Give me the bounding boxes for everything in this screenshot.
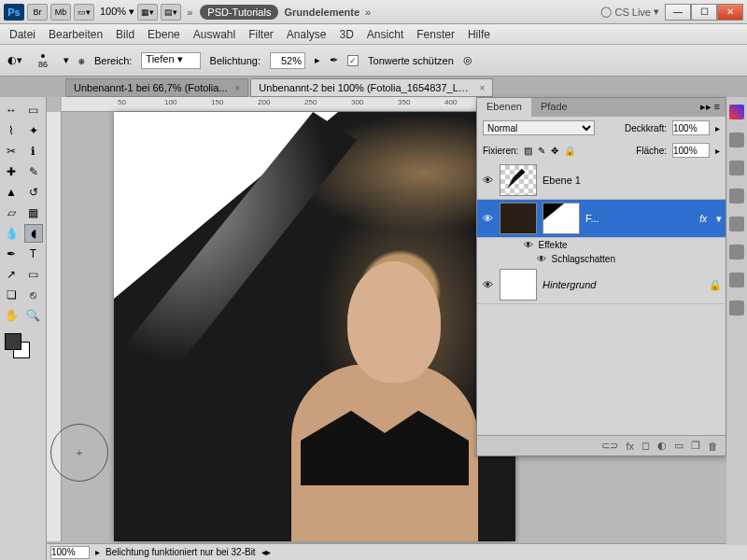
new-layer-icon[interactable]: ❐ — [691, 440, 700, 452]
menu-3d[interactable]: 3D — [340, 28, 354, 41]
effects-row[interactable]: 👁 Effekte — [477, 238, 726, 252]
mask-icon[interactable]: ◻ — [641, 440, 650, 452]
maximize-button[interactable]: ☐ — [691, 4, 717, 21]
tonwerte-checkbox[interactable]: ✓ — [347, 55, 359, 66]
gradient-tool[interactable]: ▦ — [24, 203, 43, 222]
chevrons-icon[interactable]: » — [187, 7, 192, 18]
shape-tool[interactable]: ▭ — [24, 265, 43, 284]
tool-preset-icon[interactable]: ◐▾ — [7, 54, 22, 66]
minimize-button[interactable]: — — [665, 4, 691, 21]
arrange-button[interactable]: ▦▾ — [137, 4, 158, 21]
workspace-label-1[interactable]: PSD-Tutorials — [200, 5, 278, 20]
zoom-tool[interactable]: 🔍 — [24, 306, 43, 325]
status-arrows-icon[interactable]: ◂▸ — [261, 547, 271, 557]
eyedropper-tool[interactable]: ℹ — [24, 142, 43, 161]
menu-hilfe[interactable]: Hilfe — [468, 28, 490, 41]
tab-pfade[interactable]: Pfade — [531, 98, 577, 117]
color-swatches[interactable] — [2, 330, 44, 357]
layer-mask-thumbnail[interactable] — [543, 203, 580, 234]
brush-preview[interactable]: • 86 — [32, 52, 54, 69]
lock-trans-icon[interactable]: ▨ — [524, 146, 532, 156]
fx-badge[interactable]: fx — [699, 214, 707, 224]
bereich-select[interactable]: Tiefen ▾ — [141, 52, 200, 69]
status-arrow-icon[interactable]: ▸ — [95, 547, 100, 557]
panel-menu-icon[interactable]: ▸▸ ≡ — [695, 98, 726, 117]
brush-panel-icon[interactable]: ▾ — [63, 54, 69, 66]
strip-swatches-icon[interactable] — [729, 133, 744, 147]
chevron-down-icon[interactable]: ▾ — [716, 213, 722, 225]
zoom-level[interactable]: 100% ▾ — [100, 6, 134, 18]
layer-thumbnail[interactable] — [500, 164, 537, 196]
strip-color-icon[interactable] — [729, 105, 744, 119]
menu-bild[interactable]: Bild — [116, 28, 134, 41]
layer-row[interactable]: 👁 Ebene 1 — [477, 161, 726, 200]
tab-doc-2[interactable]: Unbenannt-2 bei 100% (Fotolia_1654837_L©… — [250, 78, 493, 97]
3d-tool[interactable]: ❏ — [2, 286, 21, 304]
lock-move-icon[interactable]: ✥ — [551, 146, 558, 156]
cslive-button[interactable]: ◯ CS Live ▾ — [600, 6, 659, 18]
strip-channels-icon[interactable] — [729, 273, 744, 287]
airbrush-icon[interactable]: ✒ — [330, 54, 338, 66]
strip-styles-icon[interactable] — [729, 161, 744, 175]
3d-camera-tool[interactable]: ⎋ — [24, 286, 43, 304]
menu-datei[interactable]: Datei — [9, 28, 35, 41]
history-brush-tool[interactable]: ↺ — [24, 183, 43, 202]
lock-all-icon[interactable]: 🔒 — [564, 146, 575, 156]
menu-filter[interactable]: Filter — [248, 28, 274, 41]
hand-tool[interactable]: ✋ — [2, 306, 21, 325]
wand-tool[interactable]: ✦ — [24, 121, 43, 140]
layer-name[interactable]: Ebene 1 — [543, 175, 722, 186]
menu-auswahl[interactable]: Auswahl — [193, 28, 235, 41]
close-button[interactable]: ✕ — [717, 4, 743, 21]
eraser-tool[interactable]: ▱ — [2, 203, 21, 222]
flyout-icon[interactable]: ▸ — [715, 123, 720, 133]
chevrons-icon[interactable]: » — [365, 7, 371, 18]
brush-tool[interactable]: ✎ — [24, 162, 43, 181]
layer-name[interactable]: F... — [585, 213, 694, 224]
close-icon[interactable]: × — [235, 83, 241, 93]
visibility-icon[interactable]: 👁 — [481, 175, 494, 186]
extras-button[interactable]: ▤▾ — [161, 4, 181, 21]
strip-mask-icon[interactable] — [729, 217, 744, 231]
bridge-button[interactable]: Br — [27, 4, 48, 21]
menu-ebene[interactable]: Ebene — [148, 28, 180, 41]
flaeche-input[interactable] — [672, 143, 710, 158]
belichtung-flyout-icon[interactable]: ▸ — [315, 54, 320, 66]
lock-paint-icon[interactable]: ✎ — [538, 146, 545, 156]
heal-tool[interactable]: ✚ — [2, 162, 21, 181]
belichtung-input[interactable] — [270, 52, 305, 69]
path-tool[interactable]: ↗ — [2, 265, 21, 284]
tab-ebenen[interactable]: Ebenen — [477, 98, 531, 117]
type-tool[interactable]: T — [24, 245, 43, 263]
ruler-vertical[interactable] — [47, 112, 62, 541]
strip-paths-icon[interactable] — [729, 301, 744, 315]
blur-tool[interactable]: 💧 — [2, 224, 21, 243]
workspace-label-2[interactable]: Grundelemente — [284, 7, 359, 18]
pen-tool[interactable]: ✒ — [2, 245, 21, 263]
blend-mode-select[interactable]: Normal — [483, 120, 595, 135]
pressure-icon[interactable]: ◎ — [463, 54, 472, 66]
marquee-tool[interactable]: ▭ — [24, 101, 43, 119]
layer-thumbnail[interactable] — [500, 203, 537, 234]
close-icon[interactable]: × — [480, 83, 486, 93]
stamp-tool[interactable]: ▲ — [2, 183, 21, 202]
layer-name[interactable]: Hintergrund — [543, 279, 703, 290]
layer-row[interactable]: 👁 Hintergrund 🔒 — [477, 266, 726, 304]
canvas[interactable] — [114, 112, 515, 541]
layer-row[interactable]: 👁 F... fx ▾ — [477, 200, 726, 238]
adjustment-icon[interactable]: ◐ — [657, 440, 667, 452]
menu-fenster[interactable]: Fenster — [416, 28, 455, 41]
delete-icon[interactable]: 🗑 — [708, 441, 718, 452]
move-tool[interactable]: ↔ — [2, 101, 21, 119]
menu-ansicht[interactable]: Ansicht — [367, 28, 403, 41]
link-layers-icon[interactable]: ⊂⊃ — [601, 440, 618, 452]
brush-settings-icon[interactable]: ⎈ — [78, 55, 85, 66]
zoom-input[interactable] — [50, 546, 90, 559]
visibility-icon[interactable]: 👁 — [481, 279, 494, 290]
crop-tool[interactable]: ✂ — [2, 142, 21, 161]
minibridge-button[interactable]: Mb — [50, 4, 71, 21]
tab-doc-1[interactable]: Unbenannt-1 bei 66,7% (Fotolia...× — [65, 78, 248, 97]
strip-adjust-icon[interactable] — [729, 189, 744, 203]
screenmode-button[interactable]: ▭▾ — [74, 4, 94, 21]
layer-thumbnail[interactable] — [500, 269, 537, 301]
